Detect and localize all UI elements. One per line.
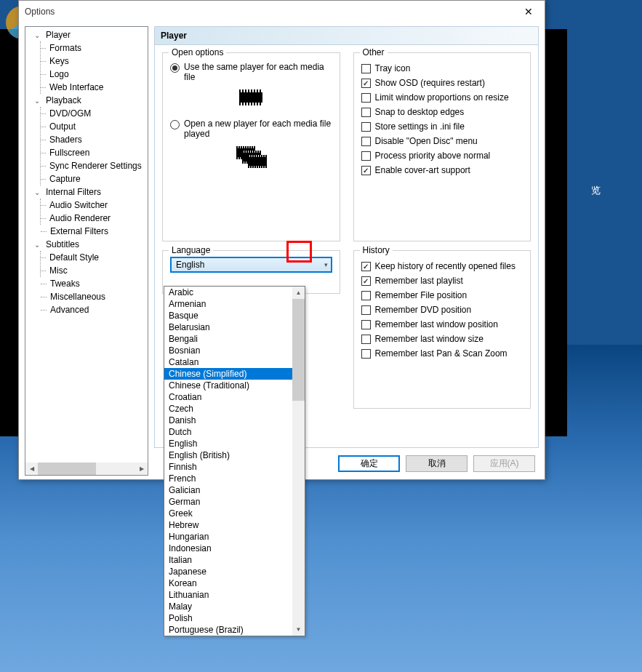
language-option[interactable]: Malay bbox=[164, 601, 305, 612]
checkbox-icon[interactable] bbox=[361, 79, 371, 88]
radio-same-player[interactable]: Use the same player for each media file bbox=[170, 62, 332, 82]
collapse-icon[interactable]: ⌄ bbox=[31, 31, 43, 39]
language-option[interactable]: Czech bbox=[164, 403, 305, 415]
tree-tweaks[interactable]: Tweaks bbox=[41, 277, 148, 290]
check-coverart[interactable]: Enable cover-art support bbox=[361, 165, 523, 175]
tree-capture[interactable]: Capture bbox=[41, 172, 148, 185]
check-tray[interactable]: Tray icon bbox=[361, 63, 523, 73]
language-option[interactable]: Hungarian bbox=[164, 531, 305, 543]
language-option[interactable]: Basque bbox=[164, 310, 305, 321]
language-option[interactable]: Hebrew bbox=[164, 519, 305, 531]
tree-scrollbar-horizontal[interactable]: ◀ ▶ bbox=[25, 463, 148, 475]
tree-logo[interactable]: Logo bbox=[41, 68, 148, 81]
tree-subtitles[interactable]: ⌄Subtitles bbox=[31, 238, 148, 251]
checkbox-icon[interactable] bbox=[361, 93, 371, 103]
check-priority[interactable]: Process priority above normal bbox=[361, 151, 523, 161]
check-winpos[interactable]: Remember last window position bbox=[361, 319, 523, 329]
language-option[interactable]: Polish bbox=[164, 612, 305, 624]
checkbox-icon[interactable] bbox=[361, 64, 371, 73]
ok-button[interactable]: 确定 bbox=[338, 455, 400, 472]
scroll-thumb[interactable] bbox=[38, 463, 96, 475]
tree-formats[interactable]: Formats bbox=[41, 41, 148, 55]
check-ini[interactable]: Store settings in .ini file bbox=[361, 121, 523, 132]
scroll-right-icon[interactable]: ▶ bbox=[135, 463, 148, 475]
check-keep-history[interactable]: Keep history of recently opened files bbox=[361, 261, 523, 271]
language-option[interactable]: Belarusian bbox=[164, 321, 305, 333]
collapse-icon[interactable]: ⌄ bbox=[31, 188, 43, 196]
tree-playback[interactable]: ⌄Playback bbox=[31, 94, 148, 107]
language-option[interactable]: English (British) bbox=[164, 449, 305, 461]
check-limit[interactable]: Limit window proportions on resize bbox=[361, 92, 523, 103]
language-option[interactable]: English bbox=[164, 438, 305, 449]
language-option[interactable]: Greek bbox=[164, 508, 305, 519]
tree-defaultstyle[interactable]: Default Style bbox=[41, 251, 148, 264]
cancel-button[interactable]: 取消 bbox=[406, 455, 468, 472]
apply-button[interactable]: 应用(A) bbox=[473, 455, 535, 472]
language-option[interactable]: Bengali bbox=[164, 333, 305, 345]
tree-output[interactable]: Output bbox=[41, 120, 148, 133]
check-snap[interactable]: Snap to desktop edges bbox=[361, 107, 523, 117]
language-option[interactable]: Chinese (Traditional) bbox=[164, 380, 305, 391]
tree-miscellaneous[interactable]: Miscellaneous bbox=[41, 290, 148, 303]
check-dvdpos[interactable]: Remember DVD position bbox=[361, 305, 523, 315]
check-osd[interactable]: Show OSD (requires restart) bbox=[361, 78, 523, 88]
checkbox-icon[interactable] bbox=[361, 262, 371, 271]
language-option[interactable]: Japanese bbox=[164, 566, 305, 577]
language-option[interactable]: Galician bbox=[164, 484, 305, 496]
checkbox-icon[interactable] bbox=[361, 137, 371, 146]
tree-misc[interactable]: Misc bbox=[41, 264, 148, 277]
checkbox-icon[interactable] bbox=[361, 320, 371, 329]
scroll-up-icon[interactable]: ▲ bbox=[292, 287, 305, 299]
radio-new-player[interactable]: Open a new player for each media file pl… bbox=[170, 119, 332, 139]
tree-advanced[interactable]: Advanced bbox=[41, 303, 148, 316]
checkbox-icon[interactable] bbox=[361, 108, 371, 117]
language-option[interactable]: Chinese (Simplified) bbox=[164, 368, 305, 380]
check-panzoom[interactable]: Remember last Pan & Scan Zoom bbox=[361, 348, 523, 359]
tree-sync[interactable]: Sync Renderer Settings bbox=[41, 159, 148, 172]
check-filepos[interactable]: Remember File position bbox=[361, 290, 523, 300]
radio-icon[interactable] bbox=[170, 120, 180, 129]
language-option[interactable]: Croatian bbox=[164, 391, 305, 403]
tree-internalfilters[interactable]: ⌄Internal Filters bbox=[31, 185, 148, 199]
language-option[interactable]: Arabic bbox=[164, 287, 305, 298]
check-winsize[interactable]: Remember last window size bbox=[361, 334, 523, 344]
radio-icon[interactable] bbox=[170, 63, 180, 73]
tree-externalfilters[interactable]: External Filters bbox=[41, 225, 148, 238]
tree-dvdogm[interactable]: DVD/OGM bbox=[41, 107, 148, 120]
checkbox-icon[interactable] bbox=[361, 166, 371, 175]
tree-keys[interactable]: Keys bbox=[41, 55, 148, 68]
checkbox-icon[interactable] bbox=[361, 276, 371, 286]
language-option[interactable]: Armenian bbox=[164, 298, 305, 310]
collapse-icon[interactable]: ⌄ bbox=[31, 241, 43, 249]
language-dropdown[interactable]: ArabicArmenianBasqueBelarusianBengaliBos… bbox=[164, 286, 305, 636]
language-option[interactable]: Catalan bbox=[164, 356, 305, 368]
language-option[interactable]: Finnish bbox=[164, 461, 305, 473]
scroll-left-icon[interactable]: ◀ bbox=[25, 463, 38, 475]
language-option[interactable]: Italian bbox=[164, 554, 305, 566]
tree-player[interactable]: ⌄Player bbox=[31, 28, 148, 41]
language-option[interactable]: German bbox=[164, 496, 305, 508]
language-select[interactable]: English ▾ bbox=[170, 257, 332, 273]
close-button[interactable]: ✕ bbox=[512, 1, 545, 23]
scroll-down-icon[interactable]: ▼ bbox=[292, 623, 305, 636]
language-option[interactable]: Indonesian bbox=[164, 543, 305, 554]
tree-fullscreen[interactable]: Fullscreen bbox=[41, 146, 148, 159]
tree-shaders[interactable]: Shaders bbox=[41, 133, 148, 146]
language-option[interactable]: Bosnian bbox=[164, 345, 305, 356]
checkbox-icon[interactable] bbox=[361, 349, 371, 359]
tree-audiorenderer[interactable]: Audio Renderer bbox=[41, 212, 148, 225]
language-option[interactable]: French bbox=[164, 473, 305, 484]
language-option[interactable]: Danish bbox=[164, 415, 305, 426]
checkbox-icon[interactable] bbox=[361, 151, 371, 161]
checkbox-icon[interactable] bbox=[361, 291, 371, 300]
check-playlist[interactable]: Remember last playlist bbox=[361, 276, 523, 286]
chevron-down-icon[interactable]: ▾ bbox=[324, 261, 328, 268]
tree-webinterface[interactable]: Web Interface bbox=[41, 81, 148, 94]
checkbox-icon[interactable] bbox=[361, 122, 371, 132]
language-option[interactable]: Portuguese (Brazil) bbox=[164, 624, 305, 636]
language-option[interactable]: Korean bbox=[164, 577, 305, 589]
checkbox-icon[interactable] bbox=[361, 335, 371, 344]
language-option[interactable]: Lithuanian bbox=[164, 589, 305, 601]
collapse-icon[interactable]: ⌄ bbox=[31, 97, 43, 105]
scroll-track[interactable] bbox=[38, 463, 135, 475]
